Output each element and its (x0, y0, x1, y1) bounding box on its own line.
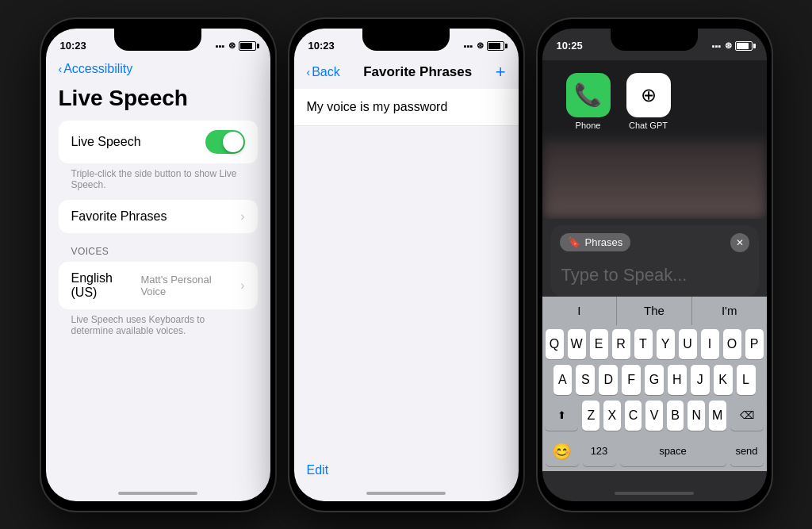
wifi-icon-2: ⊛ (477, 40, 484, 51)
key-h[interactable]: H (668, 365, 687, 395)
phrases-badge-label: Phrases (585, 236, 623, 248)
key-s[interactable]: S (576, 365, 595, 395)
language-label: English (US) (71, 271, 141, 300)
live-speech-toggle[interactable] (205, 130, 245, 154)
phrases-list: My voice is my password (294, 89, 519, 126)
signal-icon-2: ▪▪▪ (464, 41, 473, 51)
suggestion-i[interactable]: I (542, 297, 618, 325)
home-screen-bg: 📞 Phone ⊕ Chat GPT (542, 60, 767, 219)
key-r[interactable]: R (612, 329, 630, 359)
voices-hint: Live Speech uses Keyboards to determine … (59, 309, 258, 346)
favorite-phrases-row[interactable]: Favorite Phrases › (59, 200, 258, 233)
keyboard: Q W E R T Y U I O P A S D F G (542, 325, 767, 471)
notch-3 (611, 29, 698, 51)
home-indicator-1 (118, 492, 197, 495)
key-c[interactable]: C (625, 401, 642, 431)
blur-bg (542, 140, 767, 219)
chevron-right-icon-2: › (240, 278, 244, 293)
key-o[interactable]: O (723, 329, 741, 359)
screen-title-1: Live Speech (46, 82, 270, 121)
back-button-2[interactable]: ‹ Back (307, 65, 340, 79)
phone-app-icon[interactable]: 📞 (566, 73, 611, 117)
phone-icon: 📞 (574, 82, 602, 108)
back-label-1: Accessibility (63, 62, 132, 76)
list-item[interactable]: My voice is my password (294, 89, 519, 126)
wifi-icon: ⊛ (228, 40, 236, 51)
chevron-left-icon: ‹ (59, 63, 63, 75)
key-n[interactable]: N (688, 401, 705, 431)
key-y[interactable]: Y (657, 329, 675, 359)
key-u[interactable]: U (679, 329, 697, 359)
phone-1: 10:23 ▪▪▪ ⊛ 73 ‹ Accessibility Live Spee… (41, 19, 275, 511)
key-t[interactable]: T (634, 329, 653, 359)
key-k[interactable]: K (714, 365, 733, 395)
chatgpt-app-label: Chat GPT (629, 121, 668, 130)
panel-header: 🔖 Phrases ✕ (550, 225, 759, 259)
key-l[interactable]: L (737, 365, 756, 395)
app-icons-row: 📞 Phone ⊕ Chat GPT (542, 60, 767, 130)
keyboard-row-1: Q W E R T Y U I O P (542, 325, 767, 361)
key-p[interactable]: P (745, 329, 764, 359)
app-icon-wrap-phone[interactable]: 📞 Phone (566, 73, 611, 130)
suggestion-im[interactable]: I'm (692, 297, 767, 325)
nav-title-2: Favorite Phrases (363, 64, 472, 80)
bookmark-icon: 🔖 (568, 236, 580, 248)
keyboard-bottom-row: 😊 123 space send (542, 432, 767, 471)
send-key[interactable]: send (730, 436, 764, 466)
chevron-right-icon-1: › (240, 209, 244, 224)
key-m[interactable]: M (709, 401, 726, 431)
phone-app-label: Phone (576, 121, 601, 130)
key-e[interactable]: E (590, 329, 608, 359)
live-speech-section: Live Speech Triple-click the side button… (46, 121, 270, 200)
status-time-1: 10:23 (60, 40, 86, 52)
key-i[interactable]: I (701, 329, 719, 359)
shift-key[interactable]: ⬆ (545, 401, 578, 431)
delete-key[interactable]: ⌫ (730, 401, 764, 431)
key-q[interactable]: Q (546, 329, 564, 359)
key-a[interactable]: A (553, 365, 573, 395)
key-d[interactable]: D (599, 365, 618, 395)
type-to-speak-input[interactable]: Type to Speak... (550, 259, 759, 297)
live-speech-toggle-row[interactable]: Live Speech (59, 121, 258, 163)
signal-icon-3: ▪▪▪ (712, 41, 722, 51)
home-indicator-3 (615, 492, 694, 495)
battery-icon-1: 73 (239, 41, 256, 51)
chatgpt-app-icon[interactable]: ⊕ (626, 73, 671, 117)
key-f[interactable]: F (622, 365, 641, 395)
live-speech-hint: Triple-click the side button to show Liv… (59, 163, 258, 200)
notch-2 (362, 29, 450, 51)
close-icon: ✕ (736, 237, 744, 248)
status-time-3: 10:25 (557, 40, 583, 52)
voices-card: English (US) Matt's Personal Voice › (59, 262, 258, 309)
status-icons-3: ▪▪▪ ⊛ 73 (712, 40, 753, 51)
battery-icon-3: 73 (735, 41, 753, 51)
back-button-1[interactable]: ‹ Accessibility (59, 62, 258, 76)
home-indicator-2 (366, 492, 446, 495)
phone-2: 10:23 ▪▪▪ ⊛ 73 ‹ Back Favorite Phrases + (289, 19, 523, 511)
favorite-phrases-card: Favorite Phrases › (59, 200, 258, 233)
english-us-row[interactable]: English (US) Matt's Personal Voice › (59, 262, 258, 309)
emoji-key[interactable]: 😊 (546, 436, 579, 466)
key-z[interactable]: Z (582, 401, 599, 431)
keyboard-row-3: ⬆ Z X C V B N M ⌫ (542, 397, 767, 432)
live-speech-panel: 🔖 Phrases ✕ Type to Speak... (550, 225, 759, 297)
keyboard-suggestions: I The I'm (542, 297, 767, 325)
back-label-2: Back (312, 65, 340, 79)
key-x[interactable]: X (603, 401, 621, 431)
space-key[interactable]: space (620, 436, 726, 466)
close-panel-button[interactable]: ✕ (730, 233, 749, 252)
suggestion-the[interactable]: The (617, 297, 692, 325)
key-b[interactable]: B (667, 401, 684, 431)
nav-bar-2: ‹ Back Favorite Phrases + (294, 60, 519, 89)
key-j[interactable]: J (691, 365, 710, 395)
edit-button[interactable]: Edit (307, 463, 329, 477)
numbers-key[interactable]: 123 (583, 436, 616, 466)
app-icon-wrap-chatgpt[interactable]: ⊕ Chat GPT (626, 73, 671, 130)
key-v[interactable]: V (645, 401, 663, 431)
chatgpt-icon: ⊕ (641, 84, 657, 106)
voices-section-header: Voices (46, 233, 270, 262)
status-time-2: 10:23 (308, 40, 335, 52)
add-phrase-button[interactable]: + (496, 62, 506, 82)
key-w[interactable]: W (568, 329, 586, 359)
key-g[interactable]: G (645, 365, 664, 395)
